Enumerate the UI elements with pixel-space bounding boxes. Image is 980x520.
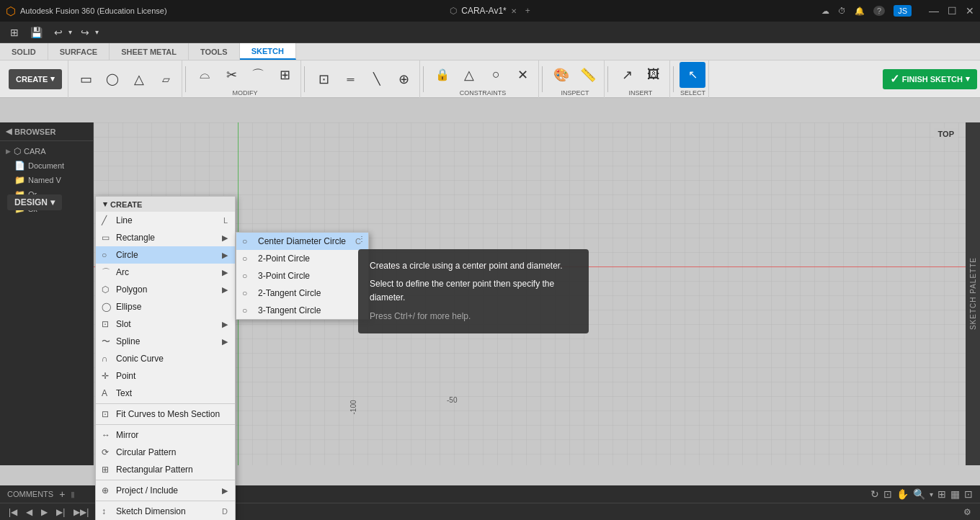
design-button[interactable]: DESIGN ▾ — [7, 194, 62, 210]
tree-item-document[interactable]: 📄 Document — [0, 158, 93, 173]
add-tab-icon[interactable]: + — [525, 6, 530, 16]
tab-sketch[interactable]: SKETCH — [240, 43, 296, 60]
submenu-2tangent[interactable]: ○ 2-Tangent Circle — [236, 284, 368, 302]
menu-item-project[interactable]: ⊕ Project / Include ▶ — [96, 482, 235, 499]
submenu-center-diameter[interactable]: ○ Center Diameter Circle C ⋮ — [236, 233, 368, 250]
inspect-icon-2[interactable]: 📏 — [575, 62, 601, 88]
tab-solid[interactable]: SOLID — [0, 43, 48, 60]
history-icon[interactable]: ⏱ — [838, 6, 846, 15]
cloud-icon[interactable]: ☁ — [821, 6, 829, 16]
tree-item-cara[interactable]: ▶ ⬡ CARA — [0, 144, 93, 158]
nav-next-next-button[interactable]: ▶▶| — [71, 506, 92, 519]
minimize-button[interactable]: — — [929, 5, 939, 17]
submenu-3point[interactable]: ○ 3-Point Circle — [236, 267, 368, 284]
nav-prev-button[interactable]: ◀ — [23, 506, 35, 519]
constraint-lock-btn[interactable]: 🔒 — [429, 62, 455, 88]
menu-item-spline[interactable]: 〜 Spline ▶ — [96, 333, 235, 350]
menu-item-polygon[interactable]: ⬡ Polygon ▶ — [96, 281, 235, 298]
tab-sheet-metal[interactable]: SHEET METAL — [110, 43, 189, 60]
zoom-icon[interactable]: 🔍 — [913, 488, 925, 500]
menu-item-conic[interactable]: ∩ Conic Curve — [96, 350, 235, 367]
maximize-button[interactable]: ☐ — [948, 5, 957, 17]
user-icon[interactable]: JS — [894, 5, 912, 17]
grid-icon[interactable]: ▦ — [950, 488, 960, 500]
rectangle-icon-btn[interactable]: ▭ — [73, 66, 99, 92]
menu-item-line[interactable]: ╱ Line L — [96, 212, 235, 229]
constraint-circle-btn[interactable]: ○ — [483, 62, 509, 88]
sidebar-collapse-icon[interactable]: ◀ — [6, 127, 12, 136]
axis-label-neg50: -50 — [447, 396, 457, 404]
circle-icon-btn[interactable]: ◯ — [99, 66, 125, 92]
constraint-triangle-btn[interactable]: △ — [456, 62, 482, 88]
pan-icon[interactable]: ✋ — [896, 488, 909, 500]
create-arrow: ▾ — [50, 74, 55, 84]
modify-2-btn[interactable]: ✂ — [218, 62, 244, 88]
triangle-icon-btn[interactable]: △ — [126, 66, 152, 92]
sketch-icon-1[interactable]: ⊡ — [311, 66, 337, 92]
more-icon[interactable]: ⊡ — [964, 488, 973, 500]
orbit-icon[interactable]: ↻ — [870, 488, 879, 500]
more-options-icon[interactable]: ⋮ — [358, 235, 365, 243]
fit-icon[interactable]: ⊡ — [883, 488, 892, 500]
menu-item-ellipse[interactable]: ◯ Ellipse — [96, 298, 235, 315]
notification-icon[interactable]: 🔔 — [855, 6, 865, 16]
tab-tools[interactable]: TOOLS — [189, 43, 240, 60]
help-icon[interactable]: ? — [873, 6, 885, 16]
menu-item-circular[interactable]: ⟳ Circular Pattern — [96, 444, 235, 461]
3tangent-icon: ○ — [242, 305, 247, 315]
save-button[interactable]: 💾 — [26, 24, 47, 40]
menu-item-rectangular[interactable]: ⊞ Rectangular Pattern — [96, 461, 235, 478]
undo-dropdown-button[interactable]: ▾ — [67, 27, 74, 37]
insert-icon-1[interactable]: ↗ — [614, 62, 640, 88]
menu-item-point[interactable]: ✛ Point — [96, 367, 235, 385]
design-label: DESIGN — [14, 197, 48, 207]
display-icon[interactable]: ⊞ — [937, 488, 946, 500]
add-comment-icon[interactable]: + — [59, 488, 65, 500]
menu-item-rectangle[interactable]: ▭ Rectangle ▶ — [96, 229, 235, 246]
inspect-icon-1[interactable]: 🎨 — [548, 62, 574, 88]
menu-item-fit-curves[interactable]: ⊡ Fit Curves to Mesh Section — [96, 405, 235, 423]
submenu-2point[interactable]: ○ 2-Point Circle — [236, 250, 368, 267]
nav-play-button[interactable]: ▶ — [38, 506, 50, 519]
redo-button[interactable]: ↪ — [76, 24, 94, 40]
nav-next-button[interactable]: ▶| — [53, 506, 68, 519]
modify-3-btn[interactable]: ⌒ — [245, 62, 271, 88]
slot-icon-btn[interactable]: ▱ — [153, 66, 179, 92]
undo-button[interactable]: ↩ — [50, 24, 67, 40]
zoom-dropdown-icon[interactable]: ▾ — [930, 490, 933, 498]
constraint-x-btn[interactable]: ✕ — [509, 62, 535, 88]
menu-item-point-label: Point — [116, 371, 135, 381]
tooltip: Creates a circle using a center point an… — [358, 249, 589, 333]
sketch-icon-2[interactable]: ═ — [337, 66, 363, 92]
slot-arrow: ▶ — [222, 320, 228, 329]
redo-dropdown-button[interactable]: ▾ — [94, 27, 100, 37]
menu-item-mirror[interactable]: ↔ Mirror — [96, 426, 235, 444]
create-dropdown-button[interactable]: CREATE ▾ — [9, 69, 62, 89]
close-tab-icon[interactable]: ✕ — [511, 7, 517, 15]
finish-sketch-button[interactable]: ✓ FINISH SKETCH ▾ — [883, 69, 977, 89]
tab-surface[interactable]: SURFACE — [48, 43, 110, 60]
grid-menu-button[interactable]: ⊞ — [6, 24, 23, 40]
rectangular-icon: ⊞ — [102, 465, 109, 475]
select-icon-btn[interactable]: ↖ — [680, 62, 705, 88]
close-button[interactable]: ✕ — [966, 5, 974, 17]
menu-item-slot[interactable]: ⊡ Slot ▶ — [96, 315, 235, 333]
menu-item-dimension[interactable]: ↕ Sketch Dimension D — [96, 503, 235, 520]
nav-settings-button[interactable]: ⚙ — [961, 506, 974, 519]
sketch-icon-4[interactable]: ⊕ — [391, 66, 416, 92]
insert-icon-2[interactable]: 🖼 — [641, 62, 667, 88]
submenu-3tangent[interactable]: ○ 3-Tangent Circle — [236, 302, 368, 319]
circle-arrow: ▶ — [222, 251, 228, 260]
nav-prev-prev-button[interactable]: |◀ — [6, 506, 20, 519]
menu-item-arc[interactable]: ⌒ Arc ▶ — [96, 264, 235, 281]
spline-arrow: ▶ — [222, 337, 228, 346]
submenu-center-diameter-label: Center Diameter Circle — [258, 236, 346, 246]
menu-item-circle-label: Circle — [116, 250, 138, 260]
modify-1-btn[interactable]: ⌓ — [192, 62, 218, 88]
tree-item-named[interactable]: 📁 Named V — [0, 173, 93, 187]
modify-4-btn[interactable]: ⊞ — [272, 62, 298, 88]
sketch-icon-3[interactable]: ╲ — [364, 66, 390, 92]
menu-item-circle[interactable]: ○ Circle ▶ — [96, 246, 235, 264]
menu-item-text[interactable]: A Text — [96, 385, 235, 402]
constraints-label: CONSTRAINTS — [460, 89, 507, 97]
